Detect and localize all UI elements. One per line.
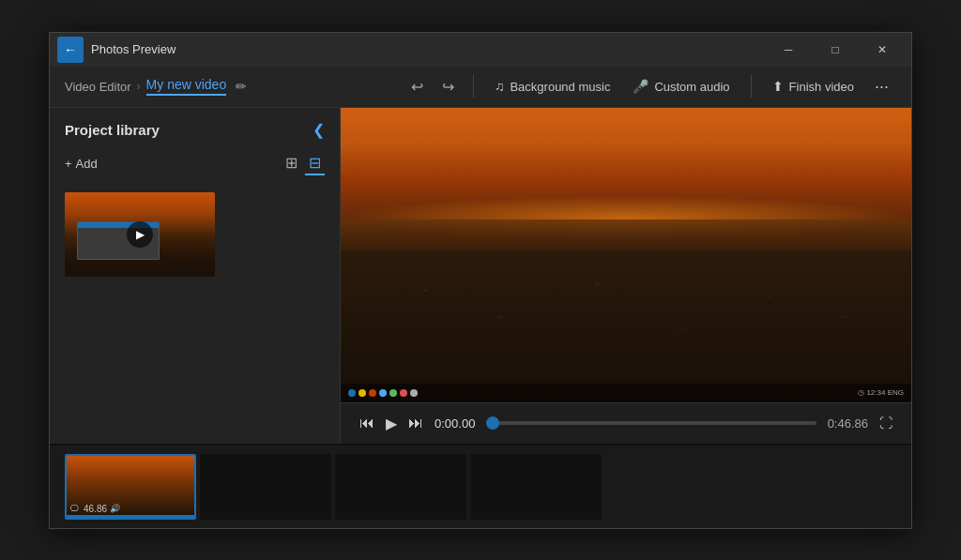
progress-thumb[interactable] (486, 416, 499, 430)
more-options-button[interactable]: ··· (867, 73, 896, 100)
play-button[interactable]: ▶ (386, 415, 397, 432)
window-controls: ─ □ ✕ (767, 33, 904, 67)
clip-duration: 46.86 (84, 504, 107, 514)
title-bar: ← Photos Preview ─ □ ✕ (50, 33, 911, 67)
playback-controls: ⏮ ▶ ⏭ 0:00.00 0:46.86 ⛶ (341, 402, 911, 444)
next-frame-button[interactable]: ⏭ (408, 415, 423, 431)
toolbar-divider (473, 75, 474, 98)
toolbar-divider-2 (751, 75, 752, 98)
breadcrumb-parent[interactable]: Video Editor (65, 80, 131, 94)
clip-empty-3 (470, 454, 602, 520)
time-current: 0:00.00 (435, 416, 475, 431)
view-toggle: ⊞ ⊟ (282, 152, 325, 175)
fullscreen-button[interactable]: ⛶ (879, 416, 892, 431)
media-library: ▶ (50, 185, 340, 284)
view-grid-button[interactable]: ⊞ (282, 152, 301, 175)
media-thumbnail[interactable]: ▶ (65, 192, 215, 277)
timeline-clip-2[interactable] (335, 454, 466, 520)
finish-icon: ⬆ (772, 79, 784, 94)
left-panel: Project library ❮ + Add ⊞ ⊟ (50, 108, 341, 444)
add-media-button[interactable]: + Add (65, 157, 98, 171)
timeline-clip-1[interactable] (200, 454, 331, 520)
custom-audio-button[interactable]: 🎤 Custom audio (623, 73, 739, 99)
background-music-button[interactable]: ♫ Background music (485, 73, 619, 99)
clip-label-0: 🖵 46.86 🔊 (70, 504, 120, 514)
background-music-label: Background music (510, 80, 610, 94)
close-button[interactable]: ✕ (861, 33, 904, 67)
edit-title-icon[interactable]: ✏ (236, 79, 247, 94)
breadcrumb-current: My new video (146, 77, 227, 96)
toolbar: Video Editor › My new video ✏ ↩ ↪ ♫ Back… (50, 67, 911, 108)
custom-audio-icon: 🎤 (633, 79, 648, 94)
panel-header: Project library ❮ (50, 108, 340, 148)
minimize-button[interactable]: ─ (767, 33, 810, 67)
breadcrumb-separator: › (137, 80, 141, 93)
timeline-clip-0[interactable]: 🖵 46.86 🔊 (65, 454, 196, 520)
timeline: 🖵 46.86 🔊 (50, 444, 911, 528)
music-icon: ♫ (495, 79, 505, 94)
app-window: ← Photos Preview ─ □ ✕ Video Editor › My… (49, 32, 912, 529)
redo-button[interactable]: ↪ (435, 74, 462, 99)
video-status-bar: ◷ 12:34 ENG (858, 388, 904, 397)
progress-bar[interactable] (486, 421, 816, 425)
video-taskbar: ◷ 12:34 ENG (341, 384, 911, 402)
clip-screen-icon: 🖵 (70, 504, 79, 513)
custom-audio-label: Custom audio (654, 80, 729, 94)
clip-empty-2 (335, 454, 466, 520)
add-label: Add (76, 157, 98, 171)
clip-active-indicator (67, 515, 194, 518)
add-icon: + (65, 157, 72, 171)
panel-toolbar: + Add ⊞ ⊟ (50, 148, 340, 185)
main-content: Project library ❮ + Add ⊞ ⊟ (50, 108, 911, 444)
panel-title: Project library (65, 122, 160, 138)
timeline-clip-3[interactable] (470, 454, 602, 520)
time-total: 0:46.86 (828, 416, 868, 431)
clip-audio-icon: 🔊 (110, 504, 120, 513)
window-title: Photos Preview (91, 42, 767, 56)
play-overlay: ▶ (127, 221, 153, 248)
clip-empty-1 (200, 454, 331, 520)
back-button[interactable]: ← (57, 37, 84, 63)
video-canvas: ◷ 12:34 ENG (341, 108, 911, 402)
panel-collapse-button[interactable]: ❮ (313, 121, 325, 139)
finish-video-label: Finish video (789, 80, 854, 94)
finish-video-button[interactable]: ⬆ Finish video (763, 73, 863, 99)
video-preview: ◷ 12:34 ENG (341, 108, 911, 402)
undo-button[interactable]: ↩ (404, 74, 431, 99)
breadcrumb: Video Editor › My new video (65, 77, 226, 96)
right-panel: ◷ 12:34 ENG ⏮ ▶ ⏭ 0:00.00 0:46.86 ⛶ (341, 108, 911, 444)
view-list-button[interactable]: ⊟ (305, 152, 325, 175)
rewind-button[interactable]: ⏮ (359, 415, 374, 431)
maximize-button[interactable]: □ (814, 33, 857, 67)
